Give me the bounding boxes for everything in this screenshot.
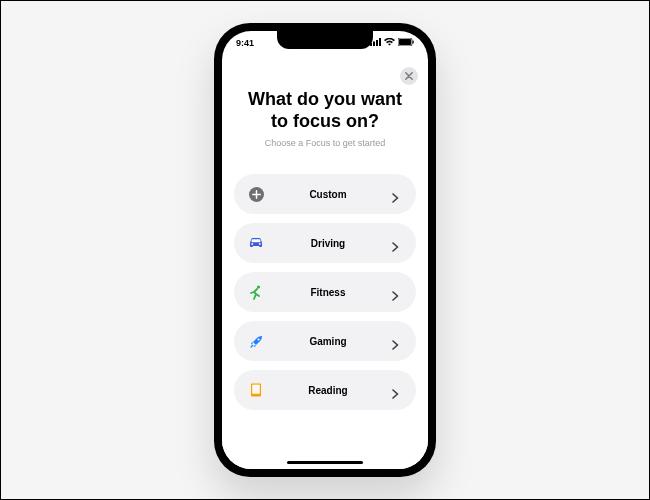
svg-rect-3 xyxy=(379,38,381,46)
car-icon xyxy=(248,235,264,251)
close-button[interactable] xyxy=(400,67,418,85)
focus-option-list: Custom Driving xyxy=(234,174,416,410)
svg-point-10 xyxy=(259,243,261,245)
chevron-right-icon xyxy=(392,336,402,346)
focus-option-label: Custom xyxy=(264,189,392,200)
svg-rect-1 xyxy=(373,42,375,47)
wifi-icon xyxy=(384,38,395,48)
svg-point-11 xyxy=(257,285,260,288)
svg-rect-14 xyxy=(252,385,260,394)
focus-option-custom[interactable]: Custom xyxy=(234,174,416,214)
notch xyxy=(277,31,373,49)
chevron-right-icon xyxy=(392,385,402,395)
phone-frame: 9:41 What do you want to focus on? Choos… xyxy=(214,23,436,477)
home-indicator[interactable] xyxy=(287,461,363,464)
focus-option-gaming[interactable]: Gaming xyxy=(234,321,416,361)
plus-circle-icon xyxy=(248,186,264,202)
focus-option-reading[interactable]: Reading xyxy=(234,370,416,410)
focus-option-label: Fitness xyxy=(264,287,392,298)
focus-option-label: Driving xyxy=(264,238,392,249)
book-icon xyxy=(248,382,264,398)
close-icon xyxy=(405,72,413,80)
focus-option-label: Reading xyxy=(264,385,392,396)
focus-sheet: What do you want to focus on? Choose a F… xyxy=(222,59,428,469)
battery-icon xyxy=(398,38,414,48)
svg-rect-8 xyxy=(252,239,261,242)
svg-point-12 xyxy=(257,338,259,340)
status-right xyxy=(370,38,414,48)
focus-option-driving[interactable]: Driving xyxy=(234,223,416,263)
page-title: What do you want to focus on? xyxy=(234,89,416,132)
svg-rect-6 xyxy=(413,41,414,44)
runner-icon xyxy=(248,284,264,300)
chevron-right-icon xyxy=(392,238,402,248)
focus-option-label: Gaming xyxy=(264,336,392,347)
page-subtitle: Choose a Focus to get started xyxy=(234,138,416,148)
chevron-right-icon xyxy=(392,287,402,297)
status-time: 9:41 xyxy=(236,38,254,48)
chevron-right-icon xyxy=(392,189,402,199)
svg-point-9 xyxy=(251,243,253,245)
screen: 9:41 What do you want to focus on? Choos… xyxy=(222,31,428,469)
rocket-icon xyxy=(248,333,264,349)
svg-rect-2 xyxy=(376,40,378,46)
svg-rect-5 xyxy=(399,39,411,45)
focus-option-fitness[interactable]: Fitness xyxy=(234,272,416,312)
